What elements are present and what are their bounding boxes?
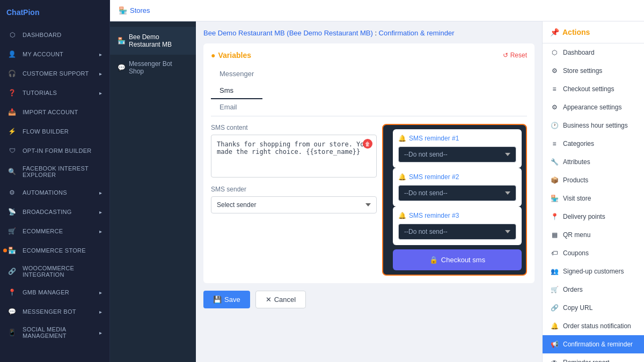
sidebar-icon-ecommerce-store: 🏪 xyxy=(8,246,17,255)
messenger-icon: 💬 xyxy=(118,64,126,71)
action-icon-categories: ≡ xyxy=(550,139,559,148)
action-item-signed-customers[interactable]: 👥 Signed-up customers xyxy=(543,262,644,280)
breadcrumb-page: Confirmation & reminder xyxy=(379,29,455,37)
action-item-dashboard[interactable]: ⬡ Dashboard xyxy=(543,43,644,62)
reset-label: Reset xyxy=(510,51,527,59)
messenger-bot-shop[interactable]: 💬 Messenger Bot Shop xyxy=(110,55,196,80)
sidebar-item-import-account[interactable]: 📥 IMPORT ACCOUNT xyxy=(0,102,109,122)
action-icon-delivery-points: 📍 xyxy=(550,212,559,221)
action-item-confirmation-reminder[interactable]: 📢 Confirmation & reminder xyxy=(543,335,644,353)
action-label-checkout-settings: Checkout settings xyxy=(563,85,614,93)
action-label-qr-menu: QR menu xyxy=(563,231,590,239)
save-cancel-row: 💾 Save ✕ Cancel xyxy=(203,291,535,308)
action-item-store-settings[interactable]: ⚙ Store settings xyxy=(543,62,644,80)
sidebar-icon-customer-support: 🎧 xyxy=(8,69,17,78)
action-icon-dashboard: ⬡ xyxy=(550,48,559,57)
action-item-appearance-settings[interactable]: ⚙ Appearance settings xyxy=(543,98,644,116)
sms-content-row: SMS content 🗑 SMS sender Select sender xyxy=(211,124,527,276)
sidebar-label-dashboard: DASHBOARD xyxy=(23,32,61,38)
cancel-button[interactable]: ✕ Cancel xyxy=(255,291,306,308)
sidebar-item-ecommerce[interactable]: 🛒 ECOMMERCE ▸ xyxy=(0,221,109,241)
action-item-coupons[interactable]: 🏷 Coupons xyxy=(543,244,644,262)
tab-sms[interactable]: Sms xyxy=(211,83,262,99)
sidebar-item-messenger-bot[interactable]: 💬 MESSENGER BOT ▸ xyxy=(0,302,109,321)
action-item-products[interactable]: 📦 Products xyxy=(543,171,644,189)
store-item[interactable]: 🏪 Bee Demo Restaurant MB xyxy=(110,27,196,55)
chevron-icon: ▸ xyxy=(99,209,102,215)
breadcrumb-store[interactable]: Bee Demo Restaurant MB (Bee Demo Restaur… xyxy=(203,29,373,37)
save-icon: 💾 xyxy=(213,295,222,304)
sidebar-item-tutorials[interactable]: ❓ TUTORIALS ▸ xyxy=(0,83,109,102)
sidebar-label-messenger-bot: MESSENGER BOT xyxy=(23,308,76,315)
sidebar-icon-gmb-manager: 📍 xyxy=(8,287,17,297)
action-item-categories[interactable]: ≡ Categories xyxy=(543,135,644,153)
breadcrumb-separator: : xyxy=(375,29,378,37)
sidebar-item-my-account[interactable]: 👤 MY ACCOUNT ▸ xyxy=(0,45,109,64)
chevron-icon: ▸ xyxy=(99,90,102,96)
cancel-x-icon: ✕ xyxy=(266,295,272,304)
action-icon-store-settings: ⚙ xyxy=(550,67,559,75)
logo-icon: ChatPion xyxy=(6,5,71,18)
reminder-select-reminder2[interactable]: --Do not send-- xyxy=(398,185,516,201)
reset-button[interactable]: ↺ Reset xyxy=(503,51,527,59)
messenger-shop-label: Messenger Bot Shop xyxy=(129,60,188,75)
actions-header: 📌 Actions xyxy=(543,21,644,43)
tab-messenger[interactable]: Messenger xyxy=(211,66,262,83)
store-icon: 🏪 xyxy=(119,6,127,14)
tab-email[interactable]: Email xyxy=(211,99,262,116)
delete-icon[interactable]: 🗑 xyxy=(363,139,372,149)
sidebar-item-automations[interactable]: ⚙ AUTOMATIONS ▸ xyxy=(0,183,109,202)
sidebar-item-flow-builder[interactable]: ⚡ FLOW BUILDER xyxy=(0,122,109,141)
store-name: Bee Demo Restaurant MB xyxy=(129,33,188,48)
reminder-box-reminder3: 🔔 SMS reminder #3 --Do not send-- xyxy=(393,206,522,245)
action-label-orders: Orders xyxy=(563,286,583,293)
action-item-qr-menu[interactable]: ▦ QR menu xyxy=(543,226,644,244)
sidebar-label-social-media: SOCIAL MEDIA MANAGEMENT xyxy=(23,326,94,339)
checkout-sms-button[interactable]: 🔒 Checkout sms xyxy=(393,249,522,270)
action-item-order-status[interactable]: 🔔 Order status notification xyxy=(543,317,644,335)
action-item-copy-url[interactable]: 🔗 Copy URL xyxy=(543,299,644,317)
action-icon-order-status: 🔔 xyxy=(550,322,559,330)
sidebar-item-social-media[interactable]: 📱 SOCIAL MEDIA MANAGEMENT ▸ xyxy=(0,321,109,344)
sidebar-item-customer-support[interactable]: 🎧 CUSTOMER SUPPORT ▸ xyxy=(0,64,109,83)
action-icon-coupons: 🏷 xyxy=(550,249,559,257)
reminder-box-reminder1: 🔔 SMS reminder #1 --Do not send-- xyxy=(393,129,522,168)
sidebar: ChatPion ⬡ DASHBOARD 👤 MY ACCOUNT ▸ 🎧 CU… xyxy=(0,0,110,362)
sidebar-label-woocommerce: WOOCOMMERCE INTEGRATION xyxy=(23,265,102,278)
sidebar-label-flow-builder: FLOW BUILDER xyxy=(23,128,69,135)
action-item-visit-store[interactable]: 🏪 Visit store xyxy=(543,189,644,208)
action-label-reminder-report: Reminder report xyxy=(563,359,610,362)
sidebar-item-dashboard[interactable]: ⬡ DASHBOARD xyxy=(0,25,109,45)
action-item-business-hours[interactable]: 🕐 Business hour settings xyxy=(543,116,644,135)
bell-icon: 🔔 xyxy=(398,173,406,181)
sidebar-item-ecommerce-store[interactable]: 🏪 ECOMMERCE STORE xyxy=(0,241,109,260)
reminder-title-reminder3: 🔔 SMS reminder #3 xyxy=(398,212,516,219)
sms-content-textarea[interactable] xyxy=(211,135,377,178)
stores-link[interactable]: 🏪 Stores xyxy=(119,6,150,14)
action-item-reminder-report[interactable]: 👁 Reminder report xyxy=(543,353,644,362)
save-button[interactable]: 💾 Save xyxy=(203,291,250,308)
sidebar-item-optin-form-builder[interactable]: 🛡 OPT-IN FORM BUILDER xyxy=(0,141,109,160)
reminder-select-reminder3[interactable]: --Do not send-- xyxy=(398,224,516,240)
action-item-checkout-settings[interactable]: ≡ Checkout settings xyxy=(543,80,644,98)
action-item-attributes[interactable]: 🔧 Attributes xyxy=(543,153,644,171)
sidebar-icon-tutorials: ❓ xyxy=(8,88,17,98)
sidebar-item-gmb-manager[interactable]: 📍 GMB MANAGER ▸ xyxy=(0,283,109,302)
actions-title: Actions xyxy=(562,28,590,36)
cancel-label: Cancel xyxy=(274,295,296,304)
breadcrumb: Bee Demo Restaurant MB (Bee Demo Restaur… xyxy=(203,29,535,37)
reset-icon: ↺ xyxy=(503,51,508,59)
action-icon-appearance-settings: ⚙ xyxy=(550,103,559,112)
action-label-confirmation-reminder: Confirmation & reminder xyxy=(563,341,633,348)
bell-icon: 🔔 xyxy=(398,135,406,142)
action-item-delivery-points[interactable]: 📍 Delivery points xyxy=(543,208,644,226)
sidebar-item-facebook-interest[interactable]: 🔍 FACEBOOK INTEREST EXPLORER xyxy=(0,160,109,183)
action-item-orders[interactable]: 🛒 Orders xyxy=(543,280,644,299)
sms-left-column: SMS content 🗑 SMS sender Select sender xyxy=(211,124,377,276)
sms-sender-select[interactable]: Select sender xyxy=(211,196,377,213)
reminder-title-reminder1: 🔔 SMS reminder #1 xyxy=(398,135,516,142)
sidebar-item-broadcasting[interactable]: 📡 BROADCASTING ▸ xyxy=(0,202,109,221)
sidebar-item-woocommerce[interactable]: 🔗 WOOCOMMERCE INTEGRATION xyxy=(0,260,109,283)
sidebar-label-ecommerce-store: ECOMMERCE STORE xyxy=(23,247,86,254)
reminder-select-reminder1[interactable]: --Do not send-- xyxy=(398,146,516,162)
